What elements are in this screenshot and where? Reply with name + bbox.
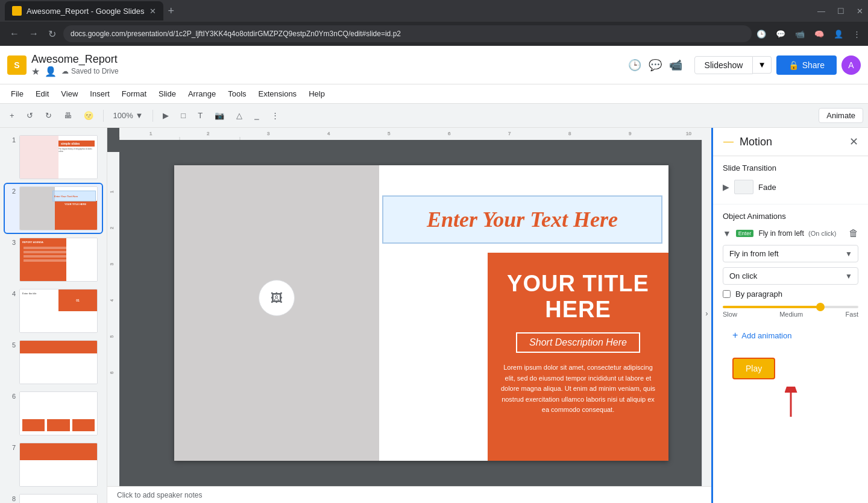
tab-close-icon[interactable]: ✕ xyxy=(149,7,156,16)
slide-transition-section: Slide Transition ▶ Fade xyxy=(713,156,868,204)
fly-direction-dropdown[interactable]: Fly in from left xyxy=(723,245,858,262)
add-animation-button[interactable]: + Add animation xyxy=(723,325,801,346)
menu-help[interactable]: Help xyxy=(303,87,331,101)
forward-button[interactable]: → xyxy=(27,26,41,42)
menu-file[interactable]: File xyxy=(5,87,30,101)
svg-text:10: 10 xyxy=(686,131,691,136)
slide-thumb-8[interactable] xyxy=(19,494,98,503)
animate-button[interactable]: Animate xyxy=(819,108,863,123)
slide-canvas: Enter Your Text Here YOUR TITLE HERE Sho… xyxy=(174,165,668,461)
person-icon[interactable]: 👤 xyxy=(45,66,57,77)
trigger-dropdown[interactable]: On click xyxy=(723,267,858,285)
slide-item-4[interactable]: 4 01 Enter the title xyxy=(5,286,102,335)
slide-text-box[interactable]: Enter Your Text Here xyxy=(382,195,662,244)
chrome-tab[interactable]: Awesome_Report - Google Slides ✕ xyxy=(5,1,163,21)
toolbar-redo[interactable]: ↻ xyxy=(40,109,57,122)
more-icon[interactable]: ⋮ xyxy=(853,30,861,39)
image-placeholder[interactable]: 🖼 xyxy=(259,280,295,316)
arrow-svg xyxy=(779,387,803,423)
meet-header-icon[interactable]: 📹 xyxy=(669,59,682,72)
by-paragraph-checkbox[interactable] xyxy=(723,290,731,298)
maximize-icon[interactable]: ☐ xyxy=(837,7,844,16)
main-content: 1 simple slides The largest library of i… xyxy=(0,128,868,503)
comments-icon[interactable]: 💬 xyxy=(776,30,785,39)
expand-transition-icon[interactable]: ▶ xyxy=(723,182,729,192)
star-icon[interactable]: ★ xyxy=(31,66,40,77)
back-button[interactable]: ← xyxy=(7,26,22,42)
animation-item-1: ▼ Enter Fly in from left (On click) 🗑 xyxy=(723,228,858,239)
slide-thumb-2[interactable]: Enter Your Text Here YOUR TITLE HERE xyxy=(19,186,98,230)
meet-icon[interactable]: 📹 xyxy=(795,30,805,39)
delete-animation-button[interactable]: 🗑 xyxy=(849,228,858,239)
menu-tools[interactable]: Tools xyxy=(222,87,252,101)
slide-thumb-4[interactable]: 01 Enter the title xyxy=(19,289,98,333)
comment-header-icon[interactable]: 💬 xyxy=(649,59,662,72)
slide-item-7[interactable]: 7 xyxy=(5,440,102,489)
toolbar-sep-2 xyxy=(153,110,153,122)
slide-item-3[interactable]: 3 REPORT AGENDA xyxy=(5,235,102,284)
share-button[interactable]: 🔒 Share xyxy=(776,55,837,75)
minimize-icon[interactable]: — xyxy=(817,7,825,16)
toolbar-line[interactable]: ⎯ xyxy=(250,109,264,122)
toolbar-shapes[interactable]: △ xyxy=(231,109,247,122)
toolbar-select[interactable]: □ xyxy=(176,109,190,122)
speed-fast-label: Fast xyxy=(846,311,858,318)
collapse-panel-button[interactable]: › xyxy=(702,140,711,486)
speaker-notes-label[interactable]: Click to add speaker notes xyxy=(117,491,202,499)
toolbar-zoom[interactable]: 100% ▼ xyxy=(108,109,148,122)
slide-item-2[interactable]: 2 Enter Your Text Here YOUR TITLE HERE 📌 xyxy=(5,184,102,233)
toolbar-image[interactable]: 📷 xyxy=(210,109,229,122)
slide-thumb-1[interactable]: simple slides The largest library of inf… xyxy=(19,135,98,179)
play-button[interactable]: Play xyxy=(732,358,775,379)
svg-text:8: 8 xyxy=(568,131,571,136)
menu-insert[interactable]: Insert xyxy=(84,87,116,101)
address-bar: ← → ↻ docs.google.com/presentation/d/1c2… xyxy=(0,22,868,46)
profile-icon[interactable]: 👤 xyxy=(834,30,843,39)
history-header-icon[interactable]: 🕒 xyxy=(628,59,641,72)
slide-item-5[interactable]: 5 xyxy=(5,338,102,387)
svg-text:3: 3 xyxy=(267,131,270,136)
new-tab-button[interactable]: + xyxy=(168,5,175,17)
toolbar-add[interactable]: + xyxy=(5,109,19,122)
menu-arrange[interactable]: Arrange xyxy=(182,87,222,101)
svg-text:6: 6 xyxy=(110,372,114,374)
slide-transition-label: Slide Transition xyxy=(723,163,858,172)
motion-close-button[interactable]: ✕ xyxy=(849,135,858,148)
slideshow-dropdown-button[interactable]: ▼ xyxy=(753,56,771,74)
motion-title: Motion xyxy=(740,136,843,148)
svg-text:4: 4 xyxy=(327,131,330,136)
extensions-icon[interactable]: 🧠 xyxy=(814,30,824,39)
toolbar-paint[interactable]: 🌝 xyxy=(79,109,98,122)
speed-medium-label: Medium xyxy=(779,311,803,318)
slide-thumb-6[interactable] xyxy=(19,391,98,435)
history-icon[interactable]: 🕒 xyxy=(756,30,766,39)
slide-item-1[interactable]: 1 simple slides The largest library of i… xyxy=(5,133,102,182)
motion-icon: ⸻ xyxy=(723,136,734,148)
motion-body: Slide Transition ▶ Fade Object Animation… xyxy=(713,156,868,503)
toolbar-print[interactable]: 🖶 xyxy=(59,109,77,122)
slide-thumb-7[interactable] xyxy=(19,443,98,487)
speed-thumb[interactable] xyxy=(816,303,825,311)
toolbar-text[interactable]: T xyxy=(193,109,207,122)
menu-slide[interactable]: Slide xyxy=(153,87,182,101)
toolbar-more[interactable]: ⋮ xyxy=(266,109,284,122)
slide-thumb-3[interactable]: REPORT AGENDA xyxy=(19,238,98,282)
slide-subtitle: Short Description Here xyxy=(529,337,627,347)
menu-view[interactable]: View xyxy=(55,87,84,101)
fly-direction-dropdown-wrapper: Fly in from left ▼ xyxy=(723,245,858,262)
menu-extensions[interactable]: Extensions xyxy=(253,87,303,101)
canvas-area: Enter Your Text Here YOUR TITLE HERE Sho… xyxy=(131,140,711,486)
slide-item-8[interactable]: 8 xyxy=(5,492,102,503)
menu-format[interactable]: Format xyxy=(116,87,153,101)
slide-item-6[interactable]: 6 xyxy=(5,389,102,438)
refresh-button[interactable]: ↻ xyxy=(46,26,58,42)
slide-thumb-5[interactable] xyxy=(19,340,98,384)
collapse-animation-icon[interactable]: ▼ xyxy=(723,229,731,238)
menu-edit[interactable]: Edit xyxy=(30,87,55,101)
user-avatar[interactable]: A xyxy=(841,55,861,75)
toolbar-cursor[interactable]: ▶ xyxy=(158,109,174,122)
url-bar[interactable]: docs.google.com/presentation/d/1c2P_ljft… xyxy=(63,25,752,42)
close-icon[interactable]: ✕ xyxy=(857,7,863,16)
slideshow-button[interactable]: Slideshow xyxy=(694,56,753,74)
toolbar-undo[interactable]: ↺ xyxy=(22,109,38,122)
